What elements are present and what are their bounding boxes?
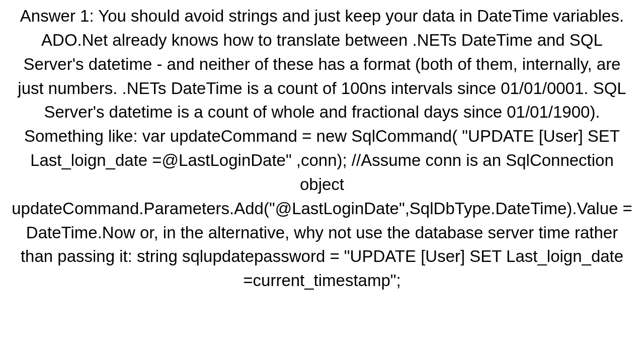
answer-text: Answer 1: You should avoid strings and j…: [0, 0, 644, 297]
